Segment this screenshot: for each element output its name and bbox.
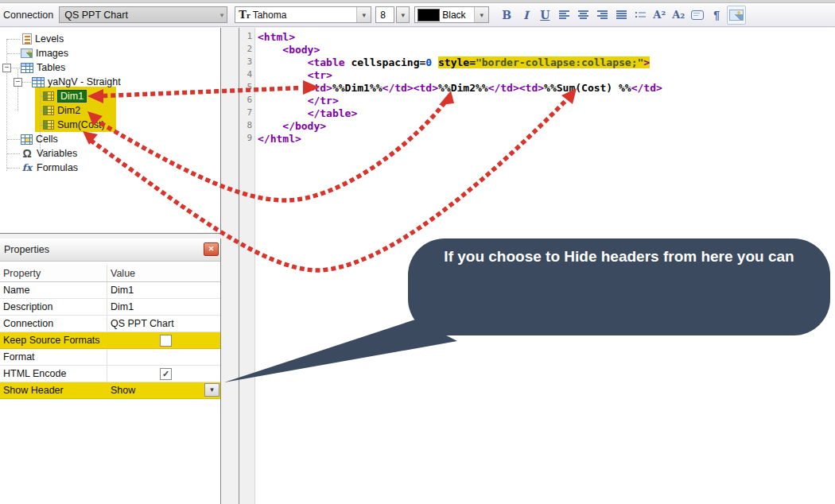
tree-item-label: Images: [36, 48, 68, 59]
code-line-9: </html>: [258, 133, 662, 145]
property-value[interactable]: QS PPT Chart: [107, 316, 220, 331]
justify-icon: [616, 10, 627, 19]
properties-header: Properties ✕: [0, 238, 220, 262]
chevron-down-icon[interactable]: ▾: [474, 7, 488, 22]
tree-item-label: Formulas: [37, 162, 78, 173]
images-icon: [21, 48, 33, 58]
font-color-dropdown[interactable]: Black ▾: [414, 6, 489, 23]
font-size-field[interactable]: 8: [375, 6, 394, 23]
tree-line: [7, 168, 20, 169]
field-icon: [43, 120, 54, 130]
tree-line: [41, 96, 42, 97]
code-line-6: </tr>: [258, 95, 662, 107]
tree-item-sum-cost[interactable]: Sum(Cost): [0, 118, 220, 132]
tree-item-tables[interactable]: –Tables: [0, 60, 220, 75]
insert-tag-button[interactable]: [689, 6, 706, 24]
connection-label: Connection: [3, 10, 53, 21]
code-line-7: </table>: [258, 107, 662, 120]
connection-dropdown[interactable]: QS PPT Chart ▾: [59, 6, 227, 23]
italic-button[interactable]: I: [517, 6, 534, 24]
line-number: 1: [239, 31, 254, 44]
property-name: Connection: [0, 316, 107, 331]
superscript-button[interactable]: A²: [651, 6, 668, 24]
chevron-down-icon: ▾: [217, 11, 227, 19]
variables-icon: Ω: [21, 148, 33, 159]
code-line-1: <html>: [258, 31, 662, 44]
line-number: 5: [239, 82, 254, 95]
property-row-connection[interactable]: ConnectionQS PPT Chart: [0, 316, 220, 332]
insert-tag-icon: [691, 10, 704, 20]
property-value[interactable]: Dim1: [107, 282, 220, 298]
property-value[interactable]: ✓: [107, 366, 220, 382]
cells-icon: [21, 134, 33, 145]
property-row-format[interactable]: Format: [0, 349, 220, 366]
tree-line: [7, 139, 20, 140]
tree-item-variables[interactable]: ΩVariables: [0, 146, 220, 161]
tree-item-levels[interactable]: Levels: [0, 32, 220, 46]
code-area[interactable]: <html> <body> <table cellspacing=0 style…: [258, 31, 662, 145]
align-left-button[interactable]: [555, 6, 573, 24]
bullet-list-button[interactable]: [631, 6, 649, 24]
tree-item-images[interactable]: Images: [0, 46, 220, 60]
format-button-group: BIUA²A₂¶: [497, 6, 747, 25]
tree-item-formulas[interactable]: fxFormulas: [0, 161, 220, 175]
collapse-expander-icon[interactable]: –: [14, 78, 22, 87]
font-family-dropdown[interactable]: Tr Tahoma ▾: [235, 6, 371, 23]
toolbar: Connection QS PPT Chart ▾ Tr Tahoma ▾ 8 …: [0, 3, 835, 27]
property-value[interactable]: [107, 349, 220, 365]
tree-item-label: Tables: [37, 62, 65, 73]
property-name: Keep Source Formats: [0, 332, 107, 348]
font-size-dropdown[interactable]: ▾: [396, 6, 410, 23]
tree-line: [41, 110, 42, 111]
column-header-property: Property: [0, 265, 107, 281]
property-row-name[interactable]: NameDim1: [0, 282, 220, 299]
line-number: 8: [239, 120, 254, 133]
property-row-keep-source-formats[interactable]: Keep Source Formats: [0, 332, 220, 349]
property-name: Format: [0, 349, 107, 365]
levels-icon: [22, 33, 32, 45]
template-tree: LevelsImages–Tables–yaNgV - StraightDim1…: [0, 28, 220, 175]
tree-line: [7, 39, 20, 40]
align-center-button[interactable]: [574, 6, 592, 24]
close-icon[interactable]: ✕: [204, 242, 219, 256]
column-header-value: Value: [107, 265, 220, 281]
checkbox-checked[interactable]: ✓: [160, 368, 172, 380]
dropdown-button[interactable]: ▾: [204, 383, 219, 397]
insert-image-button[interactable]: [727, 6, 746, 25]
tree-item-dim2[interactable]: Dim2: [0, 103, 220, 118]
property-row-show-header[interactable]: Show HeaderShow▾: [0, 382, 220, 399]
insert-image-icon: [729, 10, 744, 21]
callout-bubble: If you choose to Hide headers from here …: [408, 238, 830, 335]
property-value[interactable]: Show▾: [107, 382, 220, 398]
tree-item-cells[interactable]: Cells: [0, 132, 220, 146]
checkbox-unchecked[interactable]: [160, 335, 172, 347]
pilcrow-button[interactable]: ¶: [708, 6, 725, 24]
underline-button[interactable]: U: [536, 6, 553, 24]
bullet-list-icon: [635, 10, 646, 19]
property-row-html-encode[interactable]: HTML Encode✓: [0, 366, 220, 382]
tree-item-yangv-straight[interactable]: –yaNgV - Straight: [0, 75, 220, 89]
align-right-button[interactable]: [593, 6, 611, 24]
table-icon: [21, 63, 33, 73]
font-size-value: 8: [376, 10, 386, 21]
collapse-expander-icon[interactable]: –: [2, 64, 11, 72]
property-value[interactable]: Dim1: [107, 299, 220, 315]
subscript-button[interactable]: A₂: [670, 6, 687, 24]
chevron-down-icon[interactable]: ▾: [356, 7, 371, 22]
property-name: Name: [0, 282, 107, 298]
bold-button[interactable]: B: [498, 6, 515, 24]
property-row-description[interactable]: DescriptionDim1: [0, 299, 220, 316]
tree-line: [7, 53, 20, 54]
justify-button[interactable]: [612, 6, 630, 24]
tree-item-label: yaNgV - Straight: [48, 76, 121, 87]
tree-item-label: Dim1: [57, 90, 87, 103]
tree-item-label: Levels: [35, 33, 64, 45]
tree-item-dim1[interactable]: Dim1: [0, 89, 220, 103]
tree-line: [7, 153, 20, 154]
code-line-8: </body>: [258, 120, 662, 133]
properties-title: Properties: [4, 244, 49, 255]
font-type-icon: Tr: [235, 9, 252, 21]
code-line-3: <table cellspacing=0 style="border-colla…: [258, 56, 662, 69]
tree-item-label: Dim2: [57, 105, 80, 116]
property-value[interactable]: [107, 332, 220, 348]
